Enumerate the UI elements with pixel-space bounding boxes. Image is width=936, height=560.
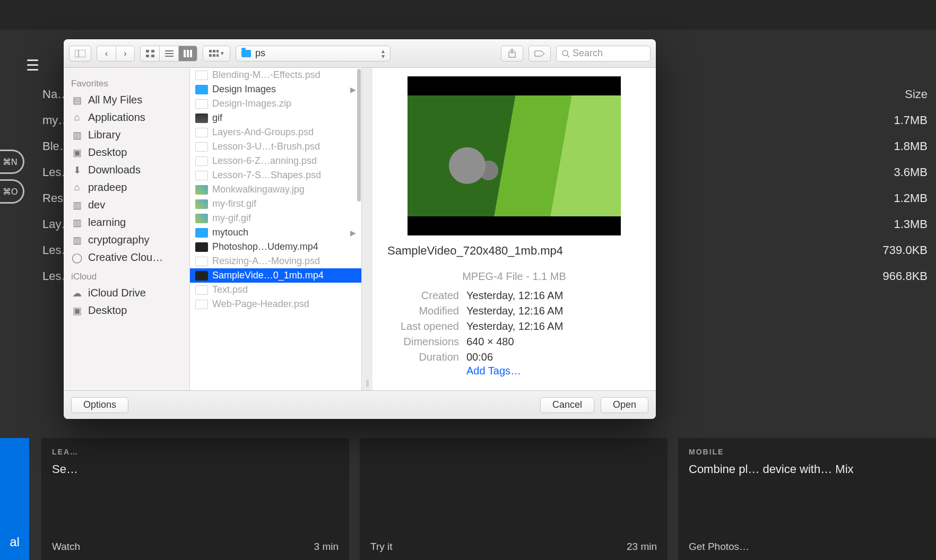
file-thumb-icon (195, 71, 208, 80)
path-dropdown[interactable]: ps ▴▾ (236, 46, 391, 62)
file-row[interactable]: gif (190, 111, 361, 125)
file-row[interactable]: Blending-M…-Effects.psd (190, 68, 361, 82)
bg-shortcut-pill[interactable]: ⌘N (0, 150, 24, 174)
view-icons-button[interactable] (140, 46, 159, 62)
preview-metadata: MPEG-4 File - 1.1 MB Created Yesterday, … (387, 270, 641, 377)
bg-row-size: 1.2MB (894, 191, 928, 205)
column-resize-handle[interactable]: ‖ (362, 68, 372, 390)
file-name: mytouch (212, 227, 248, 238)
view-list-button[interactable] (159, 46, 178, 62)
svg-rect-15 (209, 54, 212, 57)
tags-button[interactable] (528, 46, 551, 62)
cancel-button[interactable]: Cancel (540, 397, 594, 413)
sidebar-item[interactable]: ◯ Creative Clou… (64, 249, 189, 266)
file-row[interactable]: mytouch ▶ (190, 225, 361, 240)
file-row[interactable]: my-gif.gif (190, 211, 361, 225)
file-row[interactable]: Design-Images.zip (190, 97, 361, 111)
sidebar-item[interactable]: ⌂ Applications (64, 109, 189, 126)
bg-row-size: 739.0KB (883, 243, 928, 257)
meta-key: Duration (387, 351, 459, 363)
tile-footer-left: Get Photos… (689, 541, 749, 553)
bg-topband (0, 0, 936, 30)
meta-key: Created (387, 290, 459, 302)
open-button[interactable]: Open (601, 397, 648, 413)
sidebar-item[interactable]: ⌂ pradeep (64, 179, 189, 196)
sidebar-item[interactable]: ▣ Desktop (64, 144, 189, 161)
sidebar-item-label: Desktop (88, 146, 127, 159)
sidebar-item[interactable]: ▤ All My Files (64, 91, 189, 109)
bg-shortcut-pill[interactable]: ⌘O (0, 179, 24, 204)
file-row[interactable]: Resizing-A…-Moving.psd (190, 254, 361, 268)
sidebar-item[interactable]: ☁ iCloud Drive (64, 284, 189, 302)
file-thumb-icon (195, 257, 208, 266)
search-input[interactable]: Search (556, 46, 651, 62)
sidebar-item-icon: ◯ (71, 253, 83, 262)
sidebar-item[interactable]: ▥ cryptography (64, 231, 189, 249)
file-row[interactable]: Lesson-6-Z…anning.psd (190, 154, 361, 168)
bg-tile-mobile[interactable]: MOBILE Combine pl… device with… Mix Get … (678, 438, 936, 560)
share-icon (508, 49, 516, 58)
sidebar-item-icon: ⌂ (71, 183, 83, 192)
file-name: Monkwalkingaway.jpg (212, 184, 305, 195)
back-button[interactable]: ‹ (97, 46, 116, 62)
sidebar-item-icon: ▥ (71, 235, 83, 245)
dialog-footer: Options Cancel Open (64, 390, 656, 419)
file-thumb-icon (195, 171, 208, 180)
sidebar-item[interactable]: ▥ learning (64, 214, 189, 231)
options-button[interactable]: Options (71, 397, 128, 413)
hamburger-icon[interactable]: ☰ (26, 57, 39, 74)
svg-rect-10 (187, 50, 189, 57)
bg-tile-try[interactable]: Try it 23 min (360, 438, 668, 560)
sidebar-item[interactable]: ▥ dev (64, 196, 189, 214)
sidebar-item[interactable]: ▣ Desktop (64, 302, 189, 319)
file-thumb-icon (195, 85, 208, 94)
file-row[interactable]: my-first.gif (190, 197, 361, 211)
arrange-button[interactable]: ▾ (203, 46, 230, 62)
file-row[interactable]: Web-Page-Header.psd (190, 297, 361, 311)
file-row[interactable]: Photoshop…Udemy.mp4 (190, 240, 361, 254)
file-name: Lesson-6-Z…anning.psd (212, 155, 317, 167)
svg-line-21 (567, 55, 569, 57)
file-thumb-icon (195, 300, 208, 309)
bg-blue-sidebar[interactable]: al (0, 438, 29, 560)
tile-label: MOBILE (689, 448, 925, 456)
meta-key: Last opened (387, 320, 459, 332)
sidebar-item-label: Creative Clou… (88, 251, 163, 264)
file-thumb-icon (195, 113, 208, 123)
meta-value: 640 × 480 (466, 336, 514, 348)
file-row[interactable]: Design Images ▶ (190, 82, 361, 97)
dialog-sidebar: Favorites ▤ All My Files ⌂ Applications … (64, 68, 190, 390)
dialog-body: Favorites ▤ All My Files ⌂ Applications … (64, 68, 656, 390)
tile-title: Combine pl… device with… Mix (689, 461, 925, 477)
sidebar-item-label: cryptography (88, 234, 150, 246)
view-segment (140, 46, 197, 62)
add-tags-link[interactable]: Add Tags… (466, 365, 641, 377)
sidebar-toggle-button[interactable] (69, 46, 91, 62)
chevron-right-icon: ▶ (350, 229, 356, 237)
view-columns-button[interactable] (178, 46, 197, 62)
tile-footer-left: Watch (52, 541, 80, 553)
file-row[interactable]: Text.psd (190, 283, 361, 297)
file-row[interactable]: Lesson-7-S…Shapes.psd (190, 168, 361, 182)
sidebar-item-icon: ▣ (71, 148, 83, 158)
file-row[interactable]: SampleVide…0_1mb.mp4 (190, 268, 361, 283)
file-thumb-icon (195, 99, 208, 109)
bg-tile-learn[interactable]: LEA… Se… Watch 3 min (41, 438, 349, 560)
bg-row-size: 966.8KB (883, 269, 928, 283)
tag-icon (534, 50, 545, 57)
share-button[interactable] (501, 46, 523, 62)
tile-footer-left: Try it (370, 541, 393, 553)
svg-rect-0 (75, 50, 85, 57)
preview-pane: SampleVideo_720x480_1mb.mp4 MPEG-4 File … (372, 68, 656, 390)
file-name: Design-Images.zip (212, 98, 291, 109)
file-thumb-icon (195, 214, 208, 223)
forward-button[interactable]: › (116, 46, 135, 62)
file-row[interactable]: Layers-And-Groups.psd (190, 125, 361, 139)
sidebar-item[interactable]: ⬇ Downloads (64, 161, 189, 179)
scrollbar[interactable] (357, 69, 361, 202)
file-name: gif (212, 112, 222, 124)
file-row[interactable]: Lesson-3-U…t-Brush.psd (190, 139, 361, 154)
updown-icon: ▴▾ (382, 49, 385, 58)
sidebar-item[interactable]: ▥ Library (64, 126, 189, 144)
file-row[interactable]: Monkwalkingaway.jpg (190, 182, 361, 197)
